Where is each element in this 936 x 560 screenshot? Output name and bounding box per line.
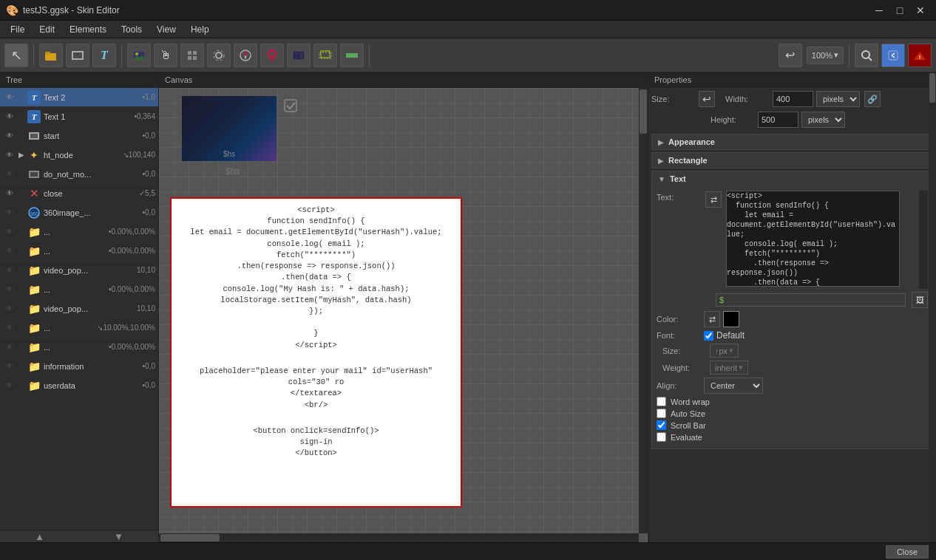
close-button[interactable]: Close bbox=[886, 545, 929, 559]
font-weight-select[interactable]: inherit ▾ bbox=[710, 361, 748, 375]
visibility-icon-donotmo[interactable]: 👁 bbox=[3, 170, 16, 178]
crop-button[interactable] bbox=[313, 44, 337, 67]
tree-scroll-up[interactable]: ▲ bbox=[0, 530, 79, 542]
share-button[interactable] bbox=[881, 44, 905, 67]
appearance-section-header[interactable]: ▶ Appearance bbox=[652, 134, 932, 149]
menu-elements[interactable]: Elements bbox=[62, 23, 114, 36]
thumbnail-button[interactable] bbox=[287, 44, 311, 67]
canvas-hscroll[interactable] bbox=[159, 533, 639, 542]
color-share-btn[interactable]: ⇄ bbox=[704, 311, 720, 327]
props-vscroll[interactable] bbox=[929, 72, 936, 542]
tree-item-userdata[interactable]: 👁 📁 userdata •0,0 bbox=[0, 376, 158, 395]
visibility-icon-folder1[interactable]: 👁 bbox=[3, 228, 16, 236]
visibility-icon-close[interactable]: 👁 bbox=[3, 189, 16, 197]
tree-item-360image[interactable]: 👁 360 360image_... •0,0 bbox=[0, 203, 158, 222]
text-image-btn[interactable]: 🖼 bbox=[912, 292, 928, 308]
tree-item-folder5[interactable]: 👁 📁 ... •0.00%,0.00% bbox=[0, 338, 158, 357]
open-button[interactable] bbox=[39, 44, 63, 67]
menu-file[interactable]: File bbox=[3, 23, 32, 36]
tree-item-close[interactable]: 👁 ✕ close ✓5,5 bbox=[0, 184, 158, 203]
tree-item-htnode[interactable]: 👁 ▶ ✦ ht_node ↘100,140 bbox=[0, 146, 158, 165]
zoom-selector[interactable]: 100% ▾ bbox=[807, 47, 844, 64]
tree-item-folder3[interactable]: 👁 📁 ... •0.00%,0.00% bbox=[0, 280, 158, 299]
rectangle-section-header[interactable]: ▶ Rectangle bbox=[652, 153, 932, 168]
color-swatch[interactable] bbox=[723, 311, 739, 327]
height-input[interactable] bbox=[758, 112, 798, 128]
align-select[interactable]: Center Left Right bbox=[704, 378, 763, 394]
expand-htnode[interactable]: ▶ bbox=[16, 151, 27, 159]
visibility-icon-information[interactable]: 👁 bbox=[3, 362, 16, 370]
visibility-icon-360image[interactable]: 👁 bbox=[3, 208, 16, 216]
visibility-icon-folder4[interactable]: 👁 bbox=[3, 324, 16, 332]
visibility-icon-htnode[interactable]: 👁 bbox=[3, 151, 16, 159]
font-default-checkbox[interactable] bbox=[704, 331, 713, 341]
word-wrap-checkbox[interactable] bbox=[657, 397, 666, 406]
text-share-btn[interactable]: ⇄ bbox=[705, 191, 722, 208]
hscroll-thumb[interactable] bbox=[160, 534, 220, 542]
tree-item-videopop2[interactable]: 👁 📁 video_pop... 10,10 bbox=[0, 299, 158, 318]
width-input[interactable] bbox=[773, 91, 813, 107]
rect-button[interactable] bbox=[66, 44, 89, 67]
font-size-input[interactable]: ↑px ▾ bbox=[710, 344, 739, 358]
menu-tools[interactable]: Tools bbox=[114, 23, 149, 36]
visibility-icon-videopop2[interactable]: 👁 bbox=[3, 304, 16, 313]
select-tool-button[interactable]: ↖ bbox=[4, 44, 28, 67]
visibility-icon-videopop1[interactable]: 👁 bbox=[3, 266, 16, 274]
menu-edit[interactable]: Edit bbox=[32, 23, 62, 36]
vscroll-thumb[interactable] bbox=[640, 89, 647, 134]
search-button[interactable] bbox=[855, 44, 878, 67]
word-wrap-label[interactable]: Word wrap bbox=[671, 397, 710, 406]
canvas-checkbox-area[interactable] bbox=[283, 98, 298, 115]
visibility-icon-folder2[interactable]: 👁 bbox=[3, 247, 16, 255]
menu-view[interactable]: View bbox=[149, 23, 183, 36]
tree-item-donotmo[interactable]: 👁 do_not_mo... •0,0 bbox=[0, 165, 158, 184]
menu-help[interactable]: Help bbox=[183, 23, 217, 36]
undo-button[interactable]: ↩ bbox=[779, 44, 802, 67]
auto-size-checkbox[interactable] bbox=[657, 409, 666, 418]
width-lock-btn[interactable]: 🔗 bbox=[864, 91, 881, 107]
cursor-button[interactable]: 🖱 bbox=[154, 44, 177, 67]
tree-item-folder1[interactable]: 👁 📁 ... •0.00%,0.00% bbox=[0, 222, 158, 242]
scroll-bar-label[interactable]: Scroll Bar bbox=[671, 421, 706, 430]
text-textarea[interactable]: <script> function sendInfo() { let email… bbox=[726, 191, 900, 287]
text-expr-input[interactable]: $ bbox=[716, 293, 906, 307]
props-vscroll-thumb[interactable] bbox=[929, 73, 935, 103]
visibility-icon-start[interactable]: 👁 bbox=[3, 132, 16, 140]
plugin-button[interactable] bbox=[180, 44, 204, 67]
close-window-button[interactable]: ✕ bbox=[911, 3, 930, 18]
canvas-vscroll[interactable] bbox=[639, 88, 648, 533]
compass-button[interactable] bbox=[234, 44, 257, 67]
tree-scroll-down[interactable]: ▼ bbox=[79, 530, 158, 542]
tree-item-text1[interactable]: 👁 T Text 1 •0,364 bbox=[0, 107, 158, 126]
tree-item-folder2[interactable]: 👁 📁 ... •0.00%,0.00% bbox=[0, 242, 158, 261]
image-button[interactable] bbox=[127, 44, 151, 67]
pin-button[interactable] bbox=[260, 44, 284, 67]
tree-content[interactable]: 👁 T Text 2 •1,0 👁 T Text 1 •0,364 bbox=[0, 88, 158, 530]
evaluate-checkbox[interactable] bbox=[657, 432, 666, 442]
visibility-icon-folder5[interactable]: 👁 bbox=[3, 343, 16, 351]
tree-item-videopop1[interactable]: 👁 📁 video_pop... 10,10 bbox=[0, 261, 158, 280]
visibility-icon-folder3[interactable]: 👁 bbox=[3, 285, 16, 293]
bar-button[interactable] bbox=[340, 44, 364, 67]
tree-item-start[interactable]: 👁 start •0,0 bbox=[0, 126, 158, 146]
minimize-button[interactable]: ─ bbox=[869, 3, 889, 18]
scroll-bar-checkbox[interactable] bbox=[657, 420, 666, 430]
text-section-header[interactable]: ▼ Text bbox=[652, 171, 932, 186]
canvas-area[interactable]: $hs <script> function sendInfo() { let e… bbox=[159, 88, 648, 542]
evaluate-label[interactable]: Evaluate bbox=[671, 433, 702, 442]
size-reset-btn[interactable]: ↩ bbox=[699, 91, 715, 107]
visibility-icon-text1[interactable]: 👁 bbox=[3, 112, 16, 120]
tree-item-information[interactable]: 👁 📁 information •0,0 bbox=[0, 357, 158, 376]
settings-button[interactable] bbox=[207, 44, 231, 67]
visibility-icon-userdata[interactable]: 👁 bbox=[3, 381, 16, 389]
maximize-button[interactable]: □ bbox=[890, 3, 909, 18]
warning-button[interactable]: ! bbox=[908, 44, 932, 67]
height-unit-select[interactable]: pixels% bbox=[801, 112, 845, 128]
auto-size-label[interactable]: Auto Size bbox=[671, 409, 705, 418]
visibility-icon-text2[interactable]: 👁 bbox=[3, 93, 16, 101]
textarea-vscroll[interactable] bbox=[919, 191, 928, 289]
tree-item-text2[interactable]: 👁 T Text 2 •1,0 bbox=[0, 88, 158, 107]
tree-item-folder4[interactable]: 👁 📁 ... ↘10.00%,10.00% bbox=[0, 318, 158, 338]
width-unit-select[interactable]: pixels% bbox=[816, 91, 860, 107]
text-button[interactable]: T bbox=[92, 44, 116, 67]
